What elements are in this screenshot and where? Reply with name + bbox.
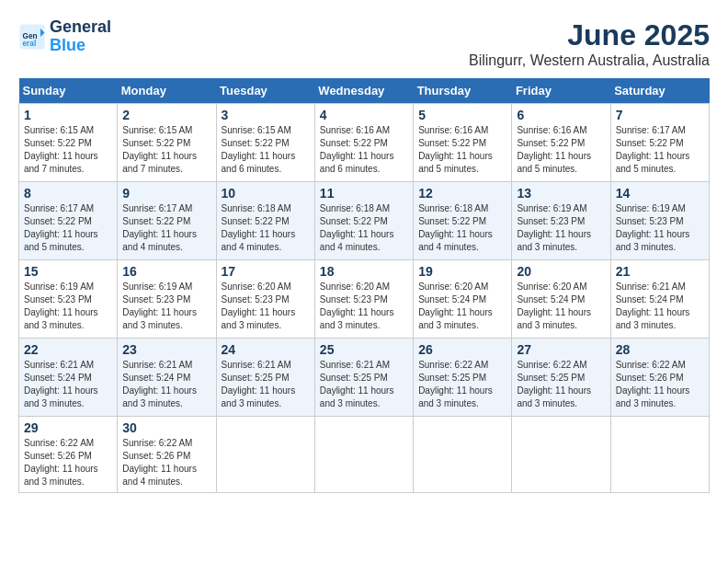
svg-text:eral: eral bbox=[23, 40, 37, 48]
day-info: Sunrise: 6:21 AMSunset: 5:24 PMDaylight:… bbox=[122, 360, 197, 408]
table-row: 26 Sunrise: 6:22 AMSunset: 5:25 PMDaylig… bbox=[414, 339, 512, 417]
day-number: 30 bbox=[122, 420, 210, 435]
day-number: 25 bbox=[320, 342, 408, 357]
calendar-header-row: Sunday Monday Tuesday Wednesday Thursday… bbox=[19, 78, 710, 104]
table-row: 18 Sunrise: 6:20 AMSunset: 5:23 PMDaylig… bbox=[314, 260, 413, 339]
table-row: 12 Sunrise: 6:18 AMSunset: 5:22 PMDaylig… bbox=[414, 182, 512, 260]
day-info: Sunrise: 6:15 AMSunset: 5:22 PMDaylight:… bbox=[122, 125, 197, 174]
day-number: 8 bbox=[24, 186, 112, 201]
day-info: Sunrise: 6:16 AMSunset: 5:22 PMDaylight:… bbox=[418, 125, 493, 174]
day-number: 26 bbox=[418, 342, 506, 357]
table-row: 5 Sunrise: 6:16 AMSunset: 5:22 PMDayligh… bbox=[414, 104, 512, 182]
day-number: 14 bbox=[616, 186, 704, 201]
day-number: 10 bbox=[222, 186, 310, 201]
table-row: 3 Sunrise: 6:15 AMSunset: 5:22 PMDayligh… bbox=[216, 104, 314, 182]
day-info: Sunrise: 6:18 AMSunset: 5:22 PMDaylight:… bbox=[320, 203, 394, 252]
day-number: 20 bbox=[517, 264, 605, 279]
table-row: 14 Sunrise: 6:19 AMSunset: 5:23 PMDaylig… bbox=[610, 182, 709, 260]
day-info: Sunrise: 6:21 AMSunset: 5:24 PMDaylight:… bbox=[24, 360, 98, 408]
table-row: 23 Sunrise: 6:21 AMSunset: 5:24 PMDaylig… bbox=[118, 339, 216, 417]
header-wednesday: Wednesday bbox=[314, 78, 413, 104]
table-row: 28 Sunrise: 6:22 AMSunset: 5:26 PMDaylig… bbox=[610, 339, 709, 417]
logo-text-line1: General bbox=[50, 18, 111, 37]
day-info: Sunrise: 6:15 AMSunset: 5:22 PMDaylight:… bbox=[24, 125, 98, 174]
day-number: 18 bbox=[320, 264, 408, 279]
day-info: Sunrise: 6:21 AMSunset: 5:24 PMDaylight:… bbox=[616, 282, 690, 330]
day-info: Sunrise: 6:17 AMSunset: 5:22 PMDaylight:… bbox=[122, 203, 197, 252]
table-row: 21 Sunrise: 6:21 AMSunset: 5:24 PMDaylig… bbox=[610, 260, 709, 339]
header-tuesday: Tuesday bbox=[216, 78, 314, 104]
day-info: Sunrise: 6:18 AMSunset: 5:22 PMDaylight:… bbox=[418, 203, 493, 252]
table-row: 8 Sunrise: 6:17 AMSunset: 5:22 PMDayligh… bbox=[19, 182, 118, 260]
table-row: 2 Sunrise: 6:15 AMSunset: 5:22 PMDayligh… bbox=[118, 104, 216, 182]
day-info: Sunrise: 6:21 AMSunset: 5:25 PMDaylight:… bbox=[320, 360, 394, 408]
day-number: 24 bbox=[222, 342, 310, 357]
day-info: Sunrise: 6:19 AMSunset: 5:23 PMDaylight:… bbox=[24, 282, 98, 330]
table-row: 29 Sunrise: 6:22 AMSunset: 5:26 PMDaylig… bbox=[19, 417, 118, 493]
day-number: 1 bbox=[24, 108, 112, 122]
table-row: 19 Sunrise: 6:20 AMSunset: 5:24 PMDaylig… bbox=[414, 260, 512, 339]
table-row: 20 Sunrise: 6:20 AMSunset: 5:24 PMDaylig… bbox=[512, 260, 610, 339]
day-info: Sunrise: 6:19 AMSunset: 5:23 PMDaylight:… bbox=[517, 203, 591, 252]
table-row: 13 Sunrise: 6:19 AMSunset: 5:23 PMDaylig… bbox=[512, 182, 610, 260]
table-row: 25 Sunrise: 6:21 AMSunset: 5:25 PMDaylig… bbox=[314, 339, 413, 417]
day-number: 28 bbox=[616, 342, 704, 357]
table-row: 7 Sunrise: 6:17 AMSunset: 5:22 PMDayligh… bbox=[610, 104, 709, 182]
table-row bbox=[610, 417, 709, 493]
page-header: Gen eral General Blue June 2025 Bilingur… bbox=[18, 18, 710, 69]
day-info: Sunrise: 6:22 AMSunset: 5:26 PMDaylight:… bbox=[616, 360, 690, 408]
table-row: 1 Sunrise: 6:15 AMSunset: 5:22 PMDayligh… bbox=[19, 104, 118, 182]
day-number: 27 bbox=[517, 342, 605, 357]
header-saturday: Saturday bbox=[610, 78, 709, 104]
table-row: 10 Sunrise: 6:18 AMSunset: 5:22 PMDaylig… bbox=[216, 182, 314, 260]
day-number: 23 bbox=[122, 342, 210, 357]
calendar-week-row: 22 Sunrise: 6:21 AMSunset: 5:24 PMDaylig… bbox=[19, 339, 710, 417]
logo-icon: Gen eral bbox=[18, 23, 46, 51]
day-number: 13 bbox=[517, 186, 605, 201]
day-info: Sunrise: 6:20 AMSunset: 5:23 PMDaylight:… bbox=[320, 282, 394, 330]
calendar-week-row: 8 Sunrise: 6:17 AMSunset: 5:22 PMDayligh… bbox=[19, 182, 710, 260]
table-row: 30 Sunrise: 6:22 AMSunset: 5:26 PMDaylig… bbox=[118, 417, 216, 493]
day-info: Sunrise: 6:19 AMSunset: 5:23 PMDaylight:… bbox=[122, 282, 197, 330]
day-number: 21 bbox=[616, 264, 704, 279]
day-info: Sunrise: 6:20 AMSunset: 5:24 PMDaylight:… bbox=[418, 282, 493, 330]
day-number: 9 bbox=[122, 186, 210, 201]
day-number: 3 bbox=[222, 108, 310, 122]
header-monday: Monday bbox=[118, 78, 216, 104]
header-thursday: Thursday bbox=[414, 78, 512, 104]
day-info: Sunrise: 6:22 AMSunset: 5:26 PMDaylight:… bbox=[24, 438, 98, 487]
day-info: Sunrise: 6:20 AMSunset: 5:23 PMDaylight:… bbox=[222, 282, 296, 330]
table-row: 15 Sunrise: 6:19 AMSunset: 5:23 PMDaylig… bbox=[19, 260, 118, 339]
day-info: Sunrise: 6:22 AMSunset: 5:25 PMDaylight:… bbox=[418, 360, 493, 408]
day-number: 16 bbox=[122, 264, 210, 279]
day-info: Sunrise: 6:16 AMSunset: 5:22 PMDaylight:… bbox=[517, 125, 591, 174]
day-info: Sunrise: 6:19 AMSunset: 5:23 PMDaylight:… bbox=[616, 203, 690, 252]
day-number: 29 bbox=[24, 420, 112, 435]
day-info: Sunrise: 6:15 AMSunset: 5:22 PMDaylight:… bbox=[222, 125, 296, 174]
day-info: Sunrise: 6:22 AMSunset: 5:25 PMDaylight:… bbox=[517, 360, 591, 408]
logo: Gen eral General Blue bbox=[18, 18, 111, 55]
table-row: 22 Sunrise: 6:21 AMSunset: 5:24 PMDaylig… bbox=[19, 339, 118, 417]
table-row: 11 Sunrise: 6:18 AMSunset: 5:22 PMDaylig… bbox=[314, 182, 413, 260]
table-row bbox=[414, 417, 512, 493]
table-row: 17 Sunrise: 6:20 AMSunset: 5:23 PMDaylig… bbox=[216, 260, 314, 339]
day-info: Sunrise: 6:16 AMSunset: 5:22 PMDaylight:… bbox=[320, 125, 394, 174]
header-friday: Friday bbox=[512, 78, 610, 104]
day-info: Sunrise: 6:21 AMSunset: 5:25 PMDaylight:… bbox=[222, 360, 296, 408]
day-number: 17 bbox=[222, 264, 310, 279]
day-number: 6 bbox=[517, 108, 605, 122]
table-row bbox=[216, 417, 314, 493]
day-number: 4 bbox=[320, 108, 408, 122]
table-row: 24 Sunrise: 6:21 AMSunset: 5:25 PMDaylig… bbox=[216, 339, 314, 417]
day-number: 22 bbox=[24, 342, 112, 357]
day-number: 12 bbox=[418, 186, 506, 201]
table-row: 16 Sunrise: 6:19 AMSunset: 5:23 PMDaylig… bbox=[118, 260, 216, 339]
table-row: 4 Sunrise: 6:16 AMSunset: 5:22 PMDayligh… bbox=[314, 104, 413, 182]
location-title: Bilingurr, Western Australia, Australia bbox=[469, 52, 710, 69]
table-row: 9 Sunrise: 6:17 AMSunset: 5:22 PMDayligh… bbox=[118, 182, 216, 260]
month-title: June 2025 bbox=[469, 18, 710, 52]
day-number: 19 bbox=[418, 264, 506, 279]
title-area: June 2025 Bilingurr, Western Australia, … bbox=[469, 18, 710, 69]
day-number: 11 bbox=[320, 186, 408, 201]
day-info: Sunrise: 6:17 AMSunset: 5:22 PMDaylight:… bbox=[24, 203, 98, 252]
